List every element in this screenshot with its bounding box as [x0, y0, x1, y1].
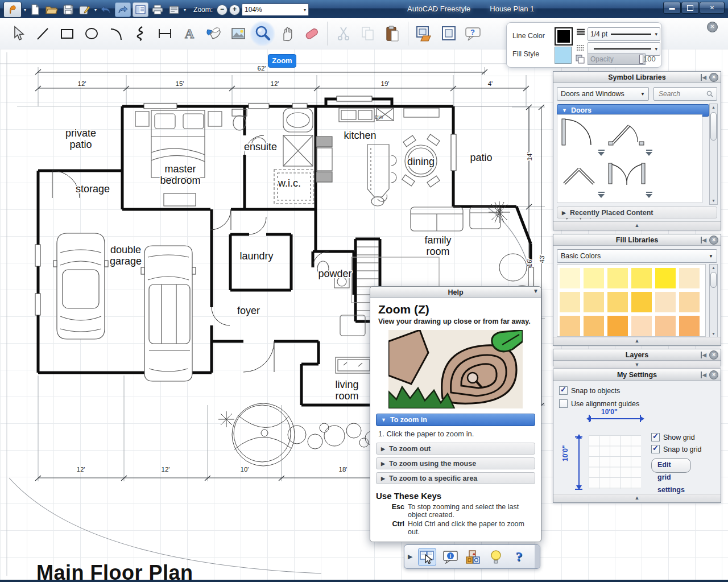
- close-icon[interactable]: ✕: [709, 236, 718, 245]
- app-menu-button[interactable]: [3, 2, 22, 18]
- fill-swatch[interactable]: [584, 316, 604, 336]
- panels-button[interactable]: [133, 2, 148, 17]
- line-color-swatch[interactable]: [555, 27, 573, 46]
- show-grid-checkbox[interactable]: [651, 433, 660, 441]
- scroll-up-icon[interactable]: ▲: [710, 265, 717, 271]
- fill-swatch[interactable]: [560, 316, 580, 336]
- chevron-down-icon[interactable]: [598, 150, 605, 156]
- my-settings-header[interactable]: My Settings ◀✕: [553, 369, 721, 381]
- zoom-tool[interactable]: [250, 21, 275, 46]
- close-icon[interactable]: ✕: [709, 350, 718, 360]
- layers-header[interactable]: Layers ◀✕: [553, 349, 721, 361]
- help-bubble-tool[interactable]: ?: [461, 21, 485, 46]
- search-input[interactable]: [657, 89, 700, 98]
- line-weight-combo[interactable]: 1/4 pt ▾: [588, 27, 660, 41]
- help-section-zoom-mouse[interactable]: ▶ To zoom using the mouse: [376, 457, 535, 469]
- scrollbar-thumb[interactable]: [710, 112, 717, 141]
- print-button[interactable]: [150, 3, 165, 16]
- text-tool[interactable]: A: [177, 21, 201, 46]
- paste-tool[interactable]: [380, 21, 404, 46]
- fill-swatch[interactable]: [679, 268, 700, 288]
- tooltips-button[interactable]: i: [442, 548, 459, 566]
- insert-frame-tool[interactable]: [436, 21, 461, 46]
- fill-swatch[interactable]: [655, 292, 676, 312]
- chevron-down-icon[interactable]: ▼: [533, 288, 539, 294]
- panel-collapse-strip[interactable]: ▲: [553, 494, 721, 502]
- layout-dropdown[interactable]: ▾: [184, 7, 186, 13]
- panel-collapse-strip[interactable]: ▲: [553, 221, 721, 230]
- fill-style-swatch[interactable]: [555, 47, 572, 64]
- arc-tool[interactable]: [104, 21, 128, 46]
- help-section-zoom-area[interactable]: ▶ To zoom to a specific area: [376, 472, 535, 484]
- cut-tool[interactable]: [331, 21, 355, 46]
- dimension-tool[interactable]: [152, 21, 177, 46]
- french-doors-symbol[interactable]: [606, 158, 654, 200]
- fill-swatch[interactable]: [631, 292, 652, 312]
- fill-swatch[interactable]: [631, 316, 652, 336]
- expand-arrow-icon[interactable]: ▶: [408, 553, 412, 560]
- fill-tool[interactable]: [201, 21, 226, 46]
- close-icon[interactable]: ✕: [707, 22, 718, 32]
- help-header[interactable]: Help ▼: [370, 287, 541, 298]
- search-box[interactable]: [653, 87, 717, 101]
- fill-swatch[interactable]: [607, 268, 628, 288]
- undo-button[interactable]: [98, 3, 113, 16]
- zoom-out-button[interactable]: −: [217, 5, 228, 15]
- app-menu-dropdown[interactable]: ▾: [24, 7, 26, 13]
- collapse-left-icon[interactable]: ◀: [701, 352, 706, 358]
- fill-swatch[interactable]: [679, 316, 700, 336]
- close-button[interactable]: ✕: [700, 2, 725, 14]
- fills-scrollbar[interactable]: ▲ ▼: [709, 264, 718, 338]
- fill-swatch[interactable]: [560, 292, 580, 312]
- fill-swatch[interactable]: [584, 292, 604, 312]
- fill-swatch[interactable]: [584, 268, 604, 288]
- line-tool[interactable]: [30, 21, 55, 46]
- collapse-left-icon[interactable]: ◀: [701, 372, 706, 378]
- scroll-up-icon[interactable]: ▲: [710, 104, 717, 111]
- help-section-zoom-out[interactable]: ▶ To zoom out: [376, 443, 535, 455]
- scroll-down-icon[interactable]: ▼: [710, 197, 717, 204]
- freehand-tool[interactable]: [128, 21, 152, 46]
- redo-button[interactable]: [115, 2, 131, 17]
- zoom-level-combo[interactable]: 104% ▾: [242, 3, 309, 16]
- pan-tool[interactable]: [275, 21, 299, 46]
- layout-button[interactable]: [167, 3, 181, 16]
- open-file-button[interactable]: [44, 3, 59, 16]
- recently-placed-section[interactable]: ▶ Recently Placed Content: [557, 207, 717, 218]
- save-button[interactable]: [61, 3, 76, 16]
- panel-collapse-strip[interactable]: ▲: [553, 337, 721, 345]
- close-icon[interactable]: ✕: [709, 370, 718, 379]
- double-open-door-symbol[interactable]: [559, 158, 606, 200]
- image-tool[interactable]: [226, 21, 250, 46]
- eraser-tool[interactable]: [299, 21, 324, 46]
- toolbar-grip[interactable]: [535, 545, 540, 568]
- select-tool[interactable]: [6, 21, 30, 46]
- maximize-button[interactable]: [681, 2, 699, 14]
- show-help-panel-button[interactable]: [418, 548, 436, 566]
- chevron-down-icon[interactable]: [646, 150, 653, 156]
- getting-started-button[interactable]: [465, 548, 482, 566]
- minimize-button[interactable]: ▬: [663, 2, 681, 14]
- help-section-zoom-in[interactable]: ▼ To zoom in: [376, 414, 535, 426]
- rectangle-tool[interactable]: [55, 21, 79, 46]
- collapse-left-icon[interactable]: ◀: [701, 74, 706, 81]
- new-file-button[interactable]: [28, 3, 43, 16]
- ellipse-tool[interactable]: [79, 21, 104, 46]
- opacity-slider[interactable]: Opacity: [588, 53, 646, 65]
- fill-swatch[interactable]: [655, 316, 676, 336]
- scrollbar-thumb[interactable]: [710, 272, 717, 288]
- edit-grid-settings-button[interactable]: Edit grid settings: [651, 458, 691, 473]
- save-as-button[interactable]: [77, 3, 92, 16]
- library-select[interactable]: Doors and Windows ▼: [557, 87, 649, 101]
- fill-swatch[interactable]: [631, 268, 652, 288]
- save-dropdown[interactable]: ▾: [94, 7, 97, 13]
- collapse-left-icon[interactable]: ◀: [701, 237, 706, 243]
- fill-swatch[interactable]: [607, 292, 628, 312]
- fill-swatch[interactable]: [607, 316, 628, 336]
- snap-to-objects-checkbox[interactable]: [559, 386, 568, 395]
- chevron-down-icon[interactable]: [646, 192, 653, 198]
- snap-to-grid-checkbox[interactable]: [651, 445, 660, 453]
- close-icon[interactable]: ✕: [709, 73, 718, 82]
- chevron-down-icon[interactable]: [598, 192, 605, 198]
- open-swing-door-symbol[interactable]: [606, 116, 654, 158]
